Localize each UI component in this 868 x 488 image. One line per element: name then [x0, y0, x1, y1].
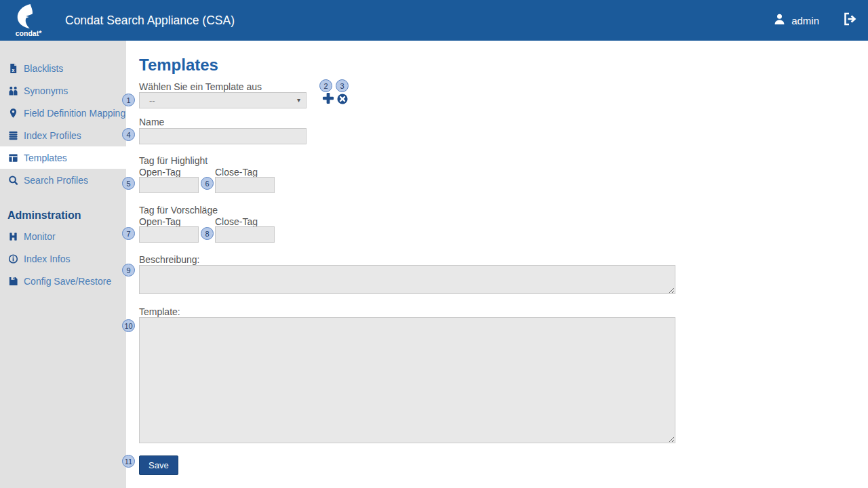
- annotation-badge-6: 6: [201, 177, 214, 190]
- highlight-group-label: Tag für Highlight: [139, 155, 208, 166]
- template-select-value: --: [149, 96, 155, 106]
- description-textarea[interactable]: [139, 265, 675, 294]
- save-button[interactable]: Save: [139, 455, 178, 475]
- condat-logo: condat*: [9, 4, 47, 37]
- save-icon: [7, 276, 18, 287]
- template-label: Template:: [139, 306, 180, 317]
- sidebar-item-search-profiles[interactable]: Search Profiles: [0, 169, 126, 191]
- suggest-group-label: Tag für Vorschläge: [139, 205, 218, 216]
- sidebar: x Blacklists Synonyms Field Definition M…: [0, 41, 126, 488]
- add-template-button[interactable]: [322, 92, 334, 104]
- annotation-badge-5: 5: [122, 177, 135, 190]
- svg-text:x: x: [12, 67, 14, 72]
- sidebar-item-label: Config Save/Restore: [24, 276, 111, 287]
- sidebar-item-label: Index Infos: [24, 253, 71, 264]
- name-input[interactable]: [139, 128, 307, 144]
- annotation-badge-10: 10: [122, 319, 135, 332]
- search-icon: [7, 175, 18, 186]
- main-content: Templates Wählen Sie ein Template aus --…: [126, 41, 868, 488]
- synonyms-people-icon: [7, 85, 18, 96]
- user-name: admin: [791, 15, 819, 26]
- map-marker-icon: [7, 108, 18, 119]
- template-textarea[interactable]: [139, 317, 675, 443]
- description-label: Beschreibung:: [139, 254, 200, 265]
- info-icon: [7, 253, 18, 264]
- highlight-open-tag-label: Open-Tag: [139, 167, 180, 178]
- annotation-badge-3: 3: [336, 79, 349, 92]
- annotation-badge-4: 4: [122, 128, 135, 141]
- sidebar-item-blacklists[interactable]: x Blacklists: [0, 57, 126, 79]
- name-label: Name: [139, 117, 164, 127]
- annotation-badge-11: 11: [122, 455, 135, 468]
- sidebar-item-label: Monitor: [24, 231, 56, 242]
- suggest-open-tag-input[interactable]: [139, 226, 199, 243]
- logout-icon[interactable]: [842, 12, 857, 29]
- sidebar-item-index-infos[interactable]: Index Infos: [0, 247, 126, 270]
- plus-icon: [322, 92, 334, 104]
- sidebar-item-index-profiles[interactable]: Index Profiles: [0, 124, 126, 146]
- annotation-badge-2: 2: [319, 79, 332, 92]
- suggest-close-tag-label: Close-Tag: [215, 216, 258, 227]
- monitor-icon: [7, 231, 18, 242]
- sidebar-item-field-definition-mapping[interactable]: Field Definition Mapping: [0, 102, 126, 124]
- sidebar-item-templates[interactable]: Templates: [0, 146, 126, 169]
- list-bars-icon: [7, 130, 18, 141]
- annotation-badge-9: 9: [122, 264, 135, 277]
- highlight-close-tag-label: Close-Tag: [215, 167, 258, 178]
- annotation-badge-1: 1: [122, 94, 135, 106]
- sidebar-item-label: Field Definition Mapping: [24, 108, 125, 119]
- user-menu[interactable]: admin: [773, 13, 819, 28]
- times-circle-icon: [337, 94, 348, 104]
- sidebar-item-label: Index Profiles: [24, 130, 81, 141]
- sidebar-section-title: Adminstration: [0, 207, 126, 224]
- sidebar-item-label: Templates: [24, 152, 67, 163]
- blacklist-file-icon: x: [7, 63, 18, 74]
- columns-icon: [7, 152, 18, 163]
- annotation-badge-8: 8: [201, 227, 214, 240]
- highlight-open-tag-input[interactable]: [139, 177, 199, 193]
- sidebar-item-label: Synonyms: [24, 85, 68, 96]
- app-header: condat* Condat Search Appliance (CSA) ad…: [0, 0, 868, 41]
- chevron-down-icon: ▾: [297, 96, 300, 104]
- template-select-label: Wählen Sie ein Template aus: [139, 81, 262, 92]
- annotation-badge-7: 7: [122, 227, 135, 240]
- suggest-close-tag-input[interactable]: [215, 226, 275, 243]
- delete-template-button[interactable]: [337, 94, 349, 106]
- suggest-open-tag-label: Open-Tag: [139, 216, 180, 227]
- sidebar-item-label: Search Profiles: [24, 175, 88, 186]
- app-title: Condat Search Appliance (CSA): [65, 14, 235, 28]
- condat-logo-icon: [15, 4, 42, 28]
- sidebar-item-label: Blacklists: [24, 63, 63, 74]
- page-title: Templates: [139, 56, 218, 75]
- user-icon: [773, 13, 786, 28]
- sidebar-item-monitor[interactable]: Monitor: [0, 225, 126, 247]
- sidebar-item-synonyms[interactable]: Synonyms: [0, 79, 126, 102]
- logo-text: condat*: [16, 29, 42, 37]
- template-select[interactable]: -- ▾: [139, 92, 307, 108]
- sidebar-item-config-save-restore[interactable]: Config Save/Restore: [0, 270, 126, 292]
- highlight-close-tag-input[interactable]: [215, 177, 275, 193]
